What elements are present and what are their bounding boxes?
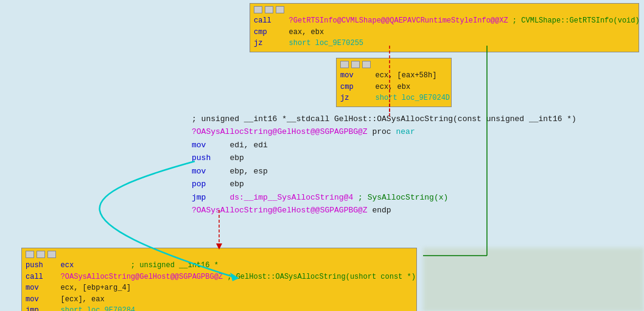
code-line: mov edi, edi — [192, 139, 638, 152]
operand: [ecx], eax — [61, 294, 105, 306]
code-line: call ?GetRTSInfo@CVMLShape@@QAEPAVCRunti… — [254, 15, 635, 27]
mnemonic: mov — [26, 282, 61, 294]
title-btn-2[interactable] — [37, 251, 45, 258]
code-line: mov ebp, esp — [192, 165, 638, 178]
operand: short loc_9E70284 — [61, 305, 135, 311]
title-btn-2[interactable] — [351, 61, 360, 68]
title-btn-3[interactable] — [362, 61, 371, 68]
mnemonic: mov — [340, 70, 376, 82]
title-bar-bot — [26, 251, 413, 258]
operand: short loc_9E7024D — [376, 93, 450, 104]
code-line: cmp ecx, ebx — [340, 82, 447, 93]
code-line: cmp eax, ebx — [254, 27, 635, 38]
code-line: jmp ds:__imp__SysAllocString@4 ; SysAllo… — [192, 191, 638, 204]
code-line: call ?OASysAllocString@GelHost@@SGPAGPBG… — [26, 271, 413, 283]
code-block-mid: mov ecx, [eax+58h] cmp ecx, ebx jz short… — [336, 58, 452, 107]
code-line: pop ebp — [192, 178, 638, 190]
code-line: ?OASysAllocString@GelHost@@SGPAGPBG@Z pr… — [192, 125, 638, 138]
mnemonic: jmp — [26, 305, 61, 311]
comment: ; GelHost::OASysAllocString(ushort const… — [223, 271, 416, 283]
title-btn-1[interactable] — [254, 6, 262, 13]
title-btn-1[interactable] — [340, 61, 349, 68]
mnemonic: cmp — [340, 82, 376, 93]
code-line: jmp short loc_9E70284 — [26, 305, 413, 311]
title-btn-2[interactable] — [265, 6, 273, 13]
comment: ; unsigned __int16 * — [131, 260, 219, 271]
main-code-area: ; unsigned __int16 *__stdcall GelHost::O… — [192, 113, 638, 217]
code-line: mov [ecx], eax — [26, 294, 413, 306]
comment: ; CVMLShape::GetRTSInfo(void) — [508, 15, 640, 27]
title-btn-3[interactable] — [276, 6, 284, 13]
code-line: jz short loc_9E7024D — [340, 93, 447, 104]
title-bar-mid — [340, 61, 447, 68]
code-line: ?OASysAllocString@GelHost@@SGPAGPBG@Z en… — [192, 204, 638, 217]
code-line: jz short loc_9E70255 — [254, 38, 635, 49]
mnemonic: call — [254, 15, 289, 27]
title-btn-1[interactable] — [26, 251, 34, 258]
mnemonic: jz — [340, 93, 376, 104]
operand: eax, ebx — [289, 27, 324, 38]
operand: ecx, [eax+58h] — [376, 70, 437, 82]
title-bar-top — [254, 6, 635, 13]
title-btn-3[interactable] — [47, 251, 56, 258]
mnemonic: push ecx — [26, 260, 131, 271]
mnemonic: call — [26, 271, 61, 283]
operand: ?GetRTSInfo@CVMLShape@@QAEPAVCRuntimeSty… — [289, 15, 508, 27]
operand: ?OASysAllocString@GelHost@@SGPAGPBG@Z — [61, 271, 223, 283]
operand: ecx, ebx — [376, 82, 411, 93]
operand: ecx, [ebp+arg_4] — [61, 282, 131, 294]
operand: short loc_9E70255 — [289, 38, 363, 49]
code-comment: ; unsigned __int16 *__stdcall GelHost::O… — [192, 113, 638, 125]
code-block-top: call ?GetRTSInfo@CVMLShape@@QAEPAVCRunti… — [250, 3, 639, 52]
code-line: push ebp — [192, 152, 638, 164]
mnemonic: jz — [254, 38, 289, 49]
mnemonic: mov — [26, 294, 61, 306]
code-line: push ecx ; unsigned __int16 * — [26, 260, 413, 271]
code-block-bot: push ecx ; unsigned __int16 * call ?OASy… — [21, 248, 417, 311]
mnemonic: cmp — [254, 27, 289, 38]
code-line: mov ecx, [ebp+arg_4] — [26, 282, 413, 294]
code-line: mov ecx, [eax+58h] — [340, 70, 447, 82]
right-blurred-panel — [423, 248, 644, 311]
